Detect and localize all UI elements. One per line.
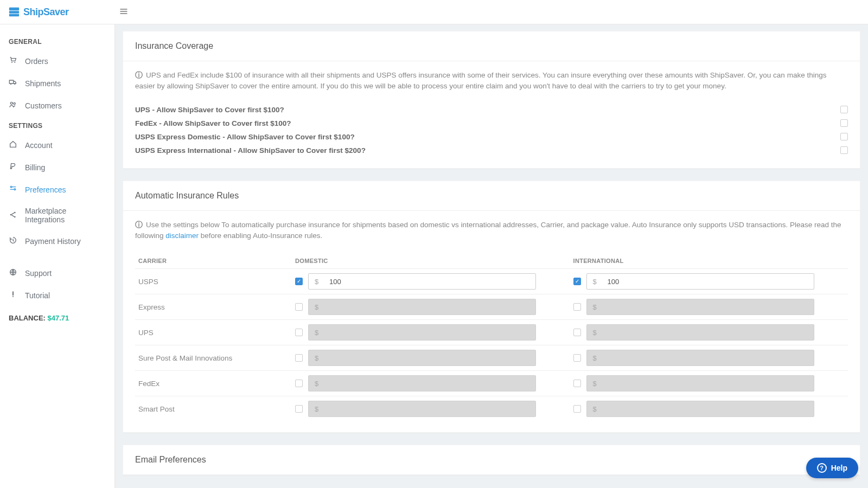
sliders-icon xyxy=(9,184,17,193)
sidebar-item-label: Preferences xyxy=(25,185,66,194)
domestic-amount-field xyxy=(325,350,535,365)
carrier-cell: Smart Post xyxy=(135,396,292,422)
help-icon: ? xyxy=(817,463,827,473)
international-checkbox[interactable] xyxy=(573,278,581,285)
paypal-icon xyxy=(9,162,17,171)
balance-amount: $47.71 xyxy=(48,314,69,322)
domestic-amount-input[interactable]: $ xyxy=(308,273,536,290)
domestic-checkbox[interactable] xyxy=(295,354,303,362)
dollar-icon: $ xyxy=(587,329,603,337)
coverage-row: FedEx - Allow ShipSaver to Cover first $… xyxy=(135,117,848,130)
international-amount-field xyxy=(603,401,814,416)
home-icon xyxy=(9,140,17,149)
sidebar-item-shipments[interactable]: Shipments xyxy=(0,72,114,94)
logo-icon xyxy=(8,6,20,18)
dollar-icon: $ xyxy=(309,380,325,388)
domestic-checkbox[interactable] xyxy=(295,303,303,311)
coverage-label: UPS - Allow ShipSaver to Cover first $10… xyxy=(135,106,284,114)
svg-rect-0 xyxy=(9,8,19,11)
users-icon xyxy=(9,100,17,109)
logo[interactable]: ShipSaver xyxy=(8,6,114,18)
domestic-checkbox[interactable] xyxy=(295,380,303,387)
globe-icon xyxy=(9,268,17,278)
sidebar-item-label: Account xyxy=(25,141,53,150)
globe-icon xyxy=(9,268,17,277)
menu-toggle-button[interactable] xyxy=(117,4,131,20)
domestic-checkbox[interactable] xyxy=(295,405,303,413)
hamburger-icon xyxy=(119,7,128,16)
domestic-checkbox[interactable] xyxy=(295,329,303,336)
international-checkbox[interactable] xyxy=(573,354,581,362)
coverage-label: USPS Express International - Allow ShipS… xyxy=(135,146,366,155)
history-icon xyxy=(9,236,17,245)
sidebar-item-support[interactable]: Support xyxy=(0,262,114,284)
balance: BALANCE: $47.71 xyxy=(0,306,114,330)
auto-rules-table: CARRIER DOMESTIC INTERNATIONAL USPS$$Exp… xyxy=(135,252,848,421)
sidebar-heading-general: GENERAL xyxy=(0,33,114,50)
sidebar-item-label: Billing xyxy=(25,163,45,172)
svg-point-7 xyxy=(10,102,12,104)
svg-point-10 xyxy=(14,189,16,190)
card-title: Insurance Coverage xyxy=(123,31,860,61)
sidebar-item-label: Tutorial xyxy=(25,291,50,300)
dollar-icon: $ xyxy=(587,405,603,413)
domestic-amount-field xyxy=(325,376,535,391)
coverage-checkbox[interactable] xyxy=(840,146,848,154)
insurance-info: ⓘUPS and FedEx include $100 of insurance… xyxy=(135,70,848,92)
paypal-icon xyxy=(9,162,17,172)
help-button[interactable]: ? Help xyxy=(806,458,858,478)
rule-row: Smart Post$$ xyxy=(135,396,848,422)
sidebar-item-orders[interactable]: Orders xyxy=(0,50,114,72)
international-amount-field[interactable] xyxy=(603,274,814,289)
svg-point-12 xyxy=(14,211,16,213)
disclaimer-link[interactable]: disclaimer xyxy=(165,232,199,240)
international-checkbox[interactable] xyxy=(573,405,581,413)
sidebar-item-label: Orders xyxy=(25,57,48,66)
svg-point-9 xyxy=(10,186,12,188)
svg-point-8 xyxy=(14,102,15,104)
col-carrier: CARRIER xyxy=(135,252,292,269)
truck-icon xyxy=(9,78,17,87)
home-icon xyxy=(9,140,17,150)
card-title: Automatic Insurance Rules xyxy=(123,181,860,211)
international-amount-input: $ xyxy=(586,324,814,341)
info-icon: ⓘ xyxy=(135,221,143,229)
carrier-cell: USPS xyxy=(135,269,292,294)
sidebar-item-payment-history[interactable]: Payment History xyxy=(0,230,114,252)
international-checkbox[interactable] xyxy=(573,329,581,336)
rule-row: FedEx$$ xyxy=(135,371,848,396)
international-checkbox[interactable] xyxy=(573,380,581,387)
coverage-checkbox[interactable] xyxy=(840,119,848,127)
international-amount-input: $ xyxy=(586,375,814,391)
coverage-checkbox[interactable] xyxy=(840,106,848,113)
svg-point-13 xyxy=(14,216,16,217)
balance-label: BALANCE: xyxy=(9,314,46,322)
dollar-icon: $ xyxy=(309,354,325,362)
card-title: Email Preferences xyxy=(123,445,860,475)
coverage-checkbox[interactable] xyxy=(840,133,848,140)
sidebar-item-preferences[interactable]: Preferences xyxy=(0,178,114,201)
sidebar-item-tutorial[interactable]: Tutorial xyxy=(0,284,114,306)
sidebar-item-account[interactable]: Account xyxy=(0,134,114,156)
carrier-cell: UPS xyxy=(135,320,292,345)
svg-point-4 xyxy=(14,62,15,63)
col-domestic: DOMESTIC xyxy=(292,252,570,269)
carrier-cell: FedEx xyxy=(135,371,292,396)
domestic-amount-field[interactable] xyxy=(325,274,535,289)
international-checkbox[interactable] xyxy=(573,303,581,311)
coverage-row: USPS Express International - Allow ShipS… xyxy=(135,144,848,157)
dollar-icon: $ xyxy=(587,303,603,311)
international-amount-input: $ xyxy=(586,299,814,315)
sidebar-item-customers[interactable]: Customers xyxy=(0,94,114,117)
dollar-icon: $ xyxy=(587,354,603,362)
sidebar-item-marketplace-integrations[interactable]: Marketplace Integrations xyxy=(0,201,114,230)
international-amount-input: $ xyxy=(586,350,814,366)
topbar: ShipSaver xyxy=(0,0,868,24)
domestic-amount-input: $ xyxy=(308,324,536,341)
truck-icon xyxy=(9,78,17,88)
international-amount-input[interactable]: $ xyxy=(586,273,814,290)
sidebar-item-label: Customers xyxy=(25,101,62,110)
dollar-icon: $ xyxy=(309,405,325,413)
sidebar-item-billing[interactable]: Billing xyxy=(0,156,114,178)
domestic-checkbox[interactable] xyxy=(295,278,303,285)
